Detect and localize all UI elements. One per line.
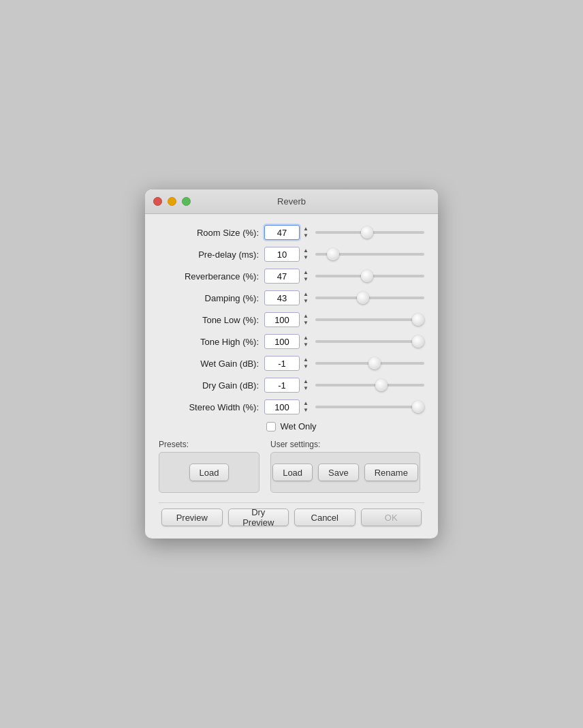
param-slider-track-stereo-width (315, 406, 424, 408)
param-down-reverberance[interactable]: ▼ (302, 276, 310, 283)
param-slider-thumb-dry-gain[interactable] (375, 379, 388, 391)
param-spinner-room-size: ▲▼ (302, 226, 310, 239)
param-input-damping[interactable] (264, 290, 300, 305)
param-row-stereo-width: Stereo Width (%):▲▼ (159, 399, 424, 414)
param-slider-container-dry-gain[interactable] (315, 378, 424, 393)
param-slider-container-pre-delay[interactable] (315, 247, 424, 262)
user-settings-label: User settings: (270, 440, 420, 449)
param-down-damping[interactable]: ▼ (302, 298, 310, 305)
param-up-tone-high[interactable]: ▲ (302, 335, 310, 342)
presets-section: Presets: Load User settings: Load Save R… (159, 440, 424, 493)
maximize-button[interactable] (182, 197, 191, 206)
param-row-pre-delay: Pre-delay (ms):▲▼ (159, 247, 424, 262)
param-slider-container-room-size[interactable] (315, 225, 424, 240)
param-spinner-stereo-width: ▲▼ (302, 400, 310, 414)
param-label-reverberance: Reverberance (%): (159, 271, 264, 282)
user-settings-box: Load Save Rename (270, 452, 420, 493)
param-row-tone-high: Tone High (%):▲▼ (159, 334, 424, 349)
param-slider-track-reverberance (315, 275, 424, 277)
close-button[interactable] (153, 197, 162, 206)
param-down-dry-gain[interactable]: ▼ (302, 385, 310, 392)
param-slider-container-stereo-width[interactable] (315, 399, 424, 414)
param-label-wet-gain: Wet Gain (dB): (159, 359, 264, 369)
wet-only-label: Wet Only (280, 421, 316, 431)
param-slider-thumb-wet-gain[interactable] (368, 357, 381, 369)
param-up-wet-gain[interactable]: ▲ (302, 357, 310, 363)
reverb-window: Reverb Room Size (%):▲▼Pre-delay (ms):▲▼… (145, 189, 438, 539)
param-slider-thumb-tone-high[interactable] (412, 335, 424, 348)
dry-preview-button[interactable]: Dry Preview (228, 509, 289, 526)
user-settings-rename-button[interactable]: Rename (364, 464, 418, 481)
param-down-tone-low[interactable]: ▼ (302, 320, 310, 327)
param-input-reverberance[interactable] (264, 269, 300, 284)
param-slider-thumb-room-size[interactable] (361, 226, 373, 239)
preview-button[interactable]: Preview (161, 509, 223, 526)
titlebar: Reverb (145, 189, 438, 214)
window-title: Reverb (277, 196, 306, 207)
param-slider-track-room-size (315, 231, 424, 234)
param-up-stereo-width[interactable]: ▲ (302, 400, 310, 407)
param-slider-track-dry-gain (315, 384, 424, 386)
param-down-stereo-width[interactable]: ▼ (302, 407, 310, 414)
user-settings-load-button[interactable]: Load (272, 464, 313, 481)
param-input-stereo-width[interactable] (264, 399, 300, 414)
param-input-tone-low[interactable] (264, 312, 300, 327)
wet-only-checkbox[interactable] (266, 422, 276, 431)
param-input-pre-delay[interactable] (264, 247, 300, 262)
param-down-pre-delay[interactable]: ▼ (302, 254, 310, 261)
presets-box: Load (159, 452, 259, 493)
param-down-tone-high[interactable]: ▼ (302, 342, 310, 348)
param-label-damping: Damping (%): (159, 293, 264, 303)
presets-group: Presets: Load (159, 440, 259, 493)
param-slider-container-damping[interactable] (315, 290, 424, 305)
param-slider-track-pre-delay (315, 253, 424, 256)
minimize-button[interactable] (168, 197, 176, 206)
param-row-dry-gain: Dry Gain (dB):▲▼ (159, 378, 424, 393)
param-label-room-size: Room Size (%): (159, 228, 264, 238)
presets-load-button[interactable]: Load (189, 464, 230, 481)
param-input-tone-high[interactable] (264, 334, 300, 349)
param-slider-track-tone-low (315, 318, 424, 321)
param-slider-thumb-tone-low[interactable] (412, 314, 424, 326)
param-spinner-tone-low: ▲▼ (302, 313, 310, 327)
param-row-damping: Damping (%):▲▼ (159, 290, 424, 305)
user-settings-save-button[interactable]: Save (318, 464, 359, 481)
param-slider-container-wet-gain[interactable] (315, 356, 424, 371)
param-slider-track-damping (315, 297, 424, 299)
param-spinner-reverberance: ▲▼ (302, 269, 310, 283)
param-slider-thumb-pre-delay[interactable] (327, 248, 339, 260)
param-up-dry-gain[interactable]: ▲ (302, 378, 310, 385)
params-container: Room Size (%):▲▼Pre-delay (ms):▲▼Reverbe… (159, 225, 424, 414)
param-label-tone-low: Tone Low (%): (159, 315, 264, 325)
param-up-damping[interactable]: ▲ (302, 291, 310, 298)
param-down-wet-gain[interactable]: ▼ (302, 363, 310, 370)
param-input-dry-gain[interactable] (264, 378, 300, 393)
cancel-button[interactable]: Cancel (294, 509, 356, 526)
param-slider-thumb-stereo-width[interactable] (412, 401, 424, 413)
param-spinner-damping: ▲▼ (302, 291, 310, 305)
user-settings-group: User settings: Load Save Rename (270, 440, 420, 493)
param-input-wet-gain[interactable] (264, 356, 300, 371)
param-down-room-size[interactable]: ▼ (302, 232, 310, 239)
param-slider-track-tone-high (315, 340, 424, 343)
param-row-wet-gain: Wet Gain (dB):▲▼ (159, 356, 424, 371)
ok-button[interactable]: OK (361, 509, 422, 526)
presets-label: Presets: (159, 440, 259, 449)
param-slider-container-tone-low[interactable] (315, 312, 424, 327)
param-up-tone-low[interactable]: ▲ (302, 313, 310, 320)
param-label-dry-gain: Dry Gain (dB): (159, 380, 264, 391)
param-slider-container-reverberance[interactable] (315, 269, 424, 284)
param-input-room-size[interactable] (264, 225, 300, 240)
wet-only-row: Wet Only (159, 421, 424, 431)
param-spinner-dry-gain: ▲▼ (302, 378, 310, 392)
param-slider-thumb-damping[interactable] (357, 292, 369, 304)
param-slider-thumb-reverberance[interactable] (361, 270, 373, 282)
param-slider-track-wet-gain (315, 362, 424, 365)
param-spinner-wet-gain: ▲▼ (302, 357, 310, 370)
param-up-reverberance[interactable]: ▲ (302, 269, 310, 276)
param-row-room-size: Room Size (%):▲▼ (159, 225, 424, 240)
param-up-room-size[interactable]: ▲ (302, 226, 310, 232)
param-up-pre-delay[interactable]: ▲ (302, 247, 310, 254)
param-slider-container-tone-high[interactable] (315, 334, 424, 349)
param-spinner-tone-high: ▲▼ (302, 335, 310, 348)
